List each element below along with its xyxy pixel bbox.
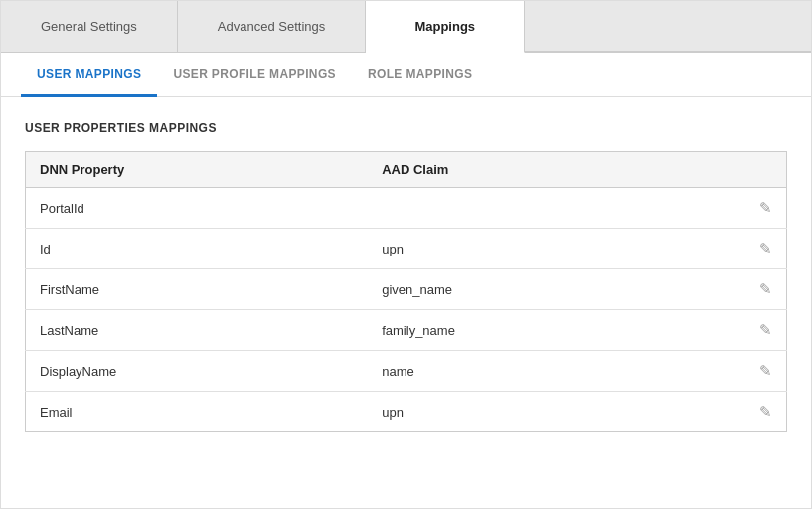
top-tab-spacer	[525, 1, 811, 52]
tab-mappings[interactable]: Mappings	[366, 1, 525, 53]
table-row: Idupn✎	[26, 229, 787, 269]
section-title: USER PROPERTIES MAPPINGS	[25, 121, 787, 135]
tab-general-settings[interactable]: General Settings	[1, 1, 178, 52]
table-row: Emailupn✎	[26, 392, 787, 432]
edit-cell[interactable]: ✎	[745, 351, 787, 392]
aad-claim-cell: given_name	[368, 269, 745, 310]
dnn-property-cell: PortalId	[26, 188, 369, 229]
aad-claim-cell: upn	[368, 392, 745, 432]
table-row: DisplayNamename✎	[26, 351, 787, 392]
table-row: FirstNamegiven_name✎	[26, 269, 787, 310]
edit-icon[interactable]: ✎	[759, 403, 772, 421]
dnn-property-cell: Email	[26, 392, 369, 432]
table-header-row: DNN Property AAD Claim	[26, 152, 787, 188]
top-tabs-bar: General Settings Advanced Settings Mappi…	[1, 1, 811, 53]
aad-claim-cell: name	[368, 351, 745, 392]
dnn-property-cell: LastName	[26, 310, 369, 351]
edit-cell[interactable]: ✎	[745, 188, 787, 229]
sub-tab-role-mappings[interactable]: ROLE MAPPINGS	[352, 53, 488, 97]
edit-icon[interactable]: ✎	[759, 240, 772, 257]
edit-icon[interactable]: ✎	[759, 280, 772, 298]
edit-cell[interactable]: ✎	[745, 310, 787, 351]
sub-tab-user-mappings[interactable]: USER MAPPINGS	[21, 53, 157, 97]
dnn-property-cell: DisplayName	[26, 351, 369, 392]
edit-cell[interactable]: ✎	[745, 392, 787, 432]
table-row: LastNamefamily_name✎	[26, 310, 787, 351]
edit-cell[interactable]: ✎	[745, 229, 787, 269]
edit-cell[interactable]: ✎	[745, 269, 787, 310]
sub-tab-user-profile-mappings[interactable]: USER PROFILE MAPPINGS	[157, 53, 352, 97]
col-header-aad-claim: AAD Claim	[368, 152, 745, 188]
dnn-property-cell: Id	[26, 229, 369, 269]
col-header-dnn-property: DNN Property	[26, 152, 369, 188]
aad-claim-cell: upn	[368, 229, 745, 269]
sub-tabs-bar: USER MAPPINGS USER PROFILE MAPPINGS ROLE…	[1, 53, 811, 97]
edit-icon[interactable]: ✎	[759, 321, 772, 339]
edit-icon[interactable]: ✎	[759, 199, 772, 217]
table-row: PortalId✎	[26, 188, 787, 229]
edit-icon[interactable]: ✎	[759, 362, 772, 380]
dnn-property-cell: FirstName	[26, 269, 369, 310]
mapping-table: DNN Property AAD Claim PortalId✎Idupn✎Fi…	[25, 151, 787, 432]
main-content: USER PROPERTIES MAPPINGS DNN Property AA…	[1, 97, 811, 456]
aad-claim-cell	[368, 188, 745, 229]
aad-claim-cell: family_name	[368, 310, 745, 351]
col-header-actions	[745, 152, 787, 188]
tab-advanced-settings[interactable]: Advanced Settings	[178, 1, 366, 52]
main-container: General Settings Advanced Settings Mappi…	[0, 0, 812, 509]
